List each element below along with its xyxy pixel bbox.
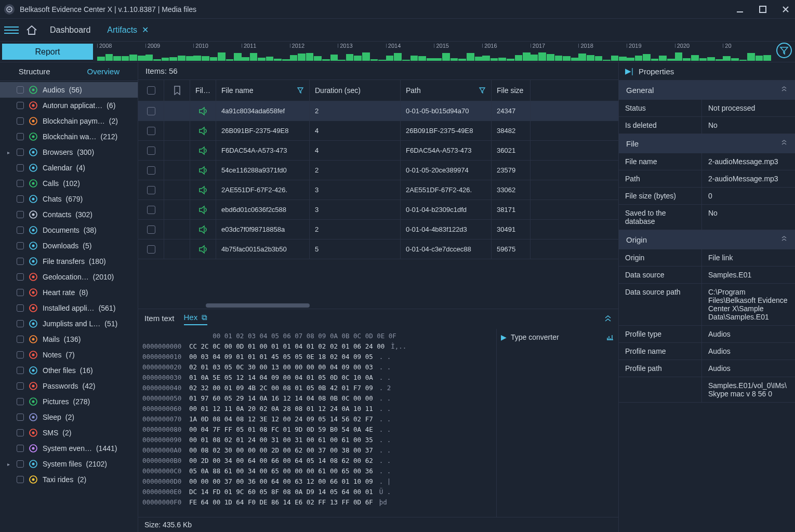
checkbox[interactable]: [17, 86, 24, 94]
sidebar-item[interactable]: Passwords (42): [0, 378, 138, 394]
sidebar-item[interactable]: Mails (136): [0, 331, 138, 347]
col-name-label[interactable]: File name: [221, 86, 253, 95]
sidebar-item[interactable]: Audios (56): [0, 82, 138, 98]
sidebar-item[interactable]: Contacts (302): [0, 207, 138, 222]
sidebar-item[interactable]: Sleep (2): [0, 409, 138, 425]
col-path-label[interactable]: Path: [406, 86, 421, 95]
sidebar-item[interactable]: SMS (2): [0, 425, 138, 441]
sidebar-item[interactable]: Chats (679): [0, 191, 138, 207]
prop-section-general[interactable]: General: [619, 81, 795, 100]
sidebar-tab-structure[interactable]: Structure: [0, 62, 69, 81]
sidebar-item[interactable]: Documents (38): [0, 222, 138, 238]
checkbox[interactable]: [17, 195, 24, 203]
report-button[interactable]: Report: [2, 44, 93, 60]
checkbox[interactable]: [17, 102, 24, 109]
checkbox[interactable]: [17, 180, 24, 187]
checkbox[interactable]: [17, 367, 24, 374]
prop-section-origin[interactable]: Origin: [619, 230, 795, 249]
collapse-icon[interactable]: [604, 315, 612, 323]
checkbox[interactable]: [17, 320, 24, 327]
checkbox[interactable]: [17, 133, 24, 140]
sidebar-item[interactable]: Jumplists and L… (51): [0, 316, 138, 331]
panel-icon[interactable]: ▶|: [625, 66, 633, 76]
table-row[interactable]: 54ce116288a9371fd0 2 0-01-05-20ce389974 …: [138, 161, 618, 180]
col-checkbox[interactable]: [138, 80, 164, 101]
hex-dump[interactable]: 00 01 02 03 04 05 06 07 08 09 0A 0B 0C 0…: [138, 329, 496, 517]
col-duration-label[interactable]: Duration (sec): [315, 86, 361, 95]
tab-artifacts[interactable]: Artifacts ✕: [102, 22, 153, 38]
table-row[interactable]: 2AE551DF-67F2-426. 3 2AE551DF-67F2-426. …: [138, 180, 618, 200]
table-row[interactable]: 4b75fac0015a2b3b50 5 0-01-04-c3e7dccec88…: [138, 240, 618, 259]
timeline[interactable]: 2008200920102011201220132014201520162017…: [95, 42, 773, 62]
timeline-filter-button[interactable]: [776, 43, 792, 58]
checkbox[interactable]: [147, 166, 155, 175]
table-row[interactable]: F6DAC54A-A573-473 4 F6DAC54A-A573-473 36…: [138, 141, 618, 161]
checkbox[interactable]: [17, 336, 24, 343]
checkbox[interactable]: [17, 460, 24, 468]
checkbox[interactable]: [17, 382, 24, 390]
sidebar-item[interactable]: Calendar (4): [0, 160, 138, 176]
col-bookmark[interactable]: [164, 80, 190, 101]
sidebar-item[interactable]: Installed appli… (561): [0, 300, 138, 316]
close-button[interactable]: [780, 4, 791, 15]
horizontal-scrollbar[interactable]: [138, 302, 618, 309]
checkbox[interactable]: [17, 211, 24, 218]
checkbox[interactable]: [17, 445, 24, 452]
sidebar-item[interactable]: ▸ System files (2102): [0, 456, 138, 472]
checkbox[interactable]: [17, 289, 24, 296]
sidebar-item[interactable]: Downloads (5): [0, 238, 138, 254]
checkbox[interactable]: [147, 127, 155, 135]
sidebar-item[interactable]: Blockchain paym… (2): [0, 113, 138, 129]
tab-item-text[interactable]: Item text: [144, 314, 175, 325]
table-row[interactable]: ebd6d01c0636f2c588 3 0-01-04-b2309c1dfd …: [138, 200, 618, 220]
checkbox[interactable]: [17, 242, 24, 249]
checkbox[interactable]: [147, 147, 155, 155]
maximize-button[interactable]: [758, 4, 768, 15]
sidebar-tab-overview[interactable]: Overview: [69, 62, 138, 81]
minimize-button[interactable]: [735, 4, 745, 15]
checkbox[interactable]: [147, 225, 155, 234]
table-row[interactable]: 4a91c8034ada658fef 2 0-01-05-b015d94a70 …: [138, 101, 618, 121]
checkbox[interactable]: [17, 258, 24, 265]
expand-icon[interactable]: ▸: [7, 461, 12, 467]
popout-icon[interactable]: ⧉: [202, 313, 207, 322]
prop-section-file[interactable]: File: [619, 134, 795, 153]
sidebar-item[interactable]: ▸ Browsers (300): [0, 144, 138, 160]
close-icon[interactable]: ✕: [142, 25, 149, 34]
sidebar-item[interactable]: Autorun applicat… (6): [0, 98, 138, 113]
sidebar-item[interactable]: Blockchain wa… (212): [0, 129, 138, 144]
filter-icon[interactable]: [297, 87, 304, 94]
sidebar-item[interactable]: Taxi rides (2): [0, 472, 138, 487]
checkbox[interactable]: [17, 429, 24, 436]
col-size-label[interactable]: File size: [497, 86, 523, 95]
checkbox[interactable]: [17, 117, 24, 125]
sidebar-item[interactable]: Calls (102): [0, 176, 138, 191]
sidebar-item[interactable]: Pictures (278): [0, 394, 138, 409]
sidebar-item[interactable]: Notes (7): [0, 347, 138, 363]
sidebar-item[interactable]: Heart rate (8): [0, 285, 138, 300]
checkbox[interactable]: [17, 304, 24, 312]
checkbox[interactable]: [147, 186, 155, 194]
checkbox[interactable]: [17, 227, 24, 234]
table-row[interactable]: 26B091BF-2375-49E8 4 26B091BF-2375-49E8 …: [138, 121, 618, 141]
checkbox[interactable]: [17, 149, 24, 156]
checkbox[interactable]: [17, 476, 24, 483]
checkbox[interactable]: [17, 351, 24, 358]
expand-icon[interactable]: ▸: [7, 150, 12, 155]
checkbox[interactable]: [17, 164, 24, 171]
checkbox[interactable]: [147, 245, 155, 254]
checkbox[interactable]: [147, 206, 155, 214]
home-icon[interactable]: [25, 23, 38, 37]
table-row[interactable]: e03dc7f0f98718858a 2 0-01-04-4b83f122d3 …: [138, 220, 618, 240]
tab-dashboard[interactable]: Dashboard: [45, 22, 96, 38]
sidebar-item[interactable]: Other files (16): [0, 363, 138, 378]
menu-icon[interactable]: [4, 23, 19, 37]
checkbox[interactable]: [147, 107, 155, 115]
sidebar-item[interactable]: System even… (1441): [0, 441, 138, 456]
filter-icon[interactable]: [479, 87, 486, 94]
play-icon[interactable]: ▶: [501, 333, 507, 341]
col-type-label[interactable]: Fil…: [195, 86, 210, 95]
checkbox[interactable]: [17, 273, 24, 281]
sidebar-item[interactable]: File transfers (180): [0, 254, 138, 269]
checkbox[interactable]: [17, 414, 24, 421]
